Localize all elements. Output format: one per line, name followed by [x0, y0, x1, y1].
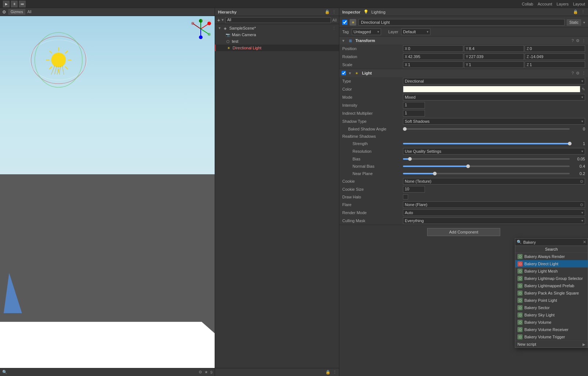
light-intensity-value: 1	[403, 102, 585, 109]
tag-dropdown[interactable]: Untagged ▾	[352, 29, 381, 35]
flare-field[interactable]: None (Flare) ⊙	[403, 201, 585, 208]
cd-item-bakery-always-render[interactable]: ⬡ Bakery Always Render	[515, 253, 588, 260]
object-name-field[interactable]	[358, 19, 565, 26]
position-z-field[interactable]: Z 0	[525, 45, 585, 52]
cookie-field[interactable]: None (Texture) ⊙	[403, 178, 585, 185]
light-header[interactable]: ▼ ☀ Light ? ⚙ ⋮	[339, 69, 588, 77]
rotation-x-field[interactable]: X 42.395	[403, 53, 463, 60]
scale-z-field[interactable]: Z 1	[525, 61, 585, 68]
cd-search-input[interactable]	[523, 240, 581, 244]
layer-dropdown[interactable]: Default ▾	[401, 29, 430, 35]
position-x-field[interactable]: X 0	[403, 45, 463, 52]
play-button[interactable]: ▶	[3, 1, 10, 7]
account-tab[interactable]: Account	[538, 2, 552, 6]
scene-bottom-icon2[interactable]: ★	[204, 370, 208, 375]
cd-item-bakery-volume-trigger[interactable]: ⬡ Bakery Volume Trigger	[515, 333, 588, 341]
light-mode-dropdown[interactable]: Mixed ▾	[403, 94, 585, 100]
layers-tab[interactable]: Layers	[557, 2, 569, 6]
scene-view[interactable]: Persp	[0, 16, 215, 368]
hierarchy-expand-icon[interactable]: ▾	[222, 18, 224, 22]
light-settings-icon[interactable]: ⚙	[576, 71, 580, 76]
light-help-icon[interactable]: ?	[572, 71, 574, 76]
hierarchy-item-samplescene[interactable]: ▼ ◈ SampleScene* ⋮	[215, 25, 339, 31]
culling-mask-dropdown[interactable]: Everything ▾	[403, 217, 585, 224]
hierarchy-item-directional-light[interactable]: ☀ Directional Light	[215, 45, 339, 51]
cd-item-bakery-volume-receiver[interactable]: ⬡ Bakery Volume Receiver	[515, 326, 588, 333]
static-arrow[interactable]: ▾	[583, 20, 585, 24]
search-icon[interactable]: 🔍	[2, 370, 7, 375]
hierarchy-search-input[interactable]	[225, 17, 331, 23]
hierarchy-item-test[interactable]: ⬡ test	[215, 38, 339, 45]
bias-thumb[interactable]	[408, 157, 412, 161]
rotation-row: Rotation X 42.395 Y 227.039	[339, 53, 588, 61]
cd-search-clear[interactable]: ✕	[583, 240, 586, 244]
hierarchy-item-main-camera[interactable]: 📷 Main Camera	[215, 31, 339, 38]
normal-bias-thumb[interactable]	[466, 164, 470, 168]
strength-track[interactable]	[403, 143, 570, 144]
object-active-checkbox[interactable]	[342, 20, 347, 25]
hierarchy-more-icon[interactable]: ⋮	[332, 10, 336, 14]
cookie-row: Cookie None (Texture) ⊙	[339, 177, 588, 185]
resolution-dropdown[interactable]: Use Quality Settings ▾	[403, 148, 585, 155]
render-mode-dropdown[interactable]: Auto ▾	[403, 209, 585, 216]
realtime-shadows-label: Realtime Shadows	[342, 134, 401, 138]
normal-bias-track[interactable]	[403, 166, 570, 167]
position-y-field[interactable]: Y 8.4	[464, 45, 524, 52]
step-button[interactable]: ⏭	[19, 1, 26, 7]
rotation-y-field[interactable]: Y 227.039	[464, 53, 524, 60]
cd-item-bakery-pack-single-square[interactable]: ⬡ Bakery Pack As Single Square	[515, 289, 588, 297]
hier-dots-samplescene[interactable]: ⋮	[332, 26, 336, 31]
baked-shadow-angle-track[interactable]	[403, 128, 570, 130]
light-intensity-field[interactable]: 1	[403, 102, 425, 109]
cookie-size-field[interactable]: 10	[403, 186, 425, 193]
light-more-icon[interactable]: ⋮	[582, 71, 586, 76]
shadow-type-dropdown[interactable]: Soft Shadows ▾	[403, 118, 585, 125]
transform-header[interactable]: ▼ ⊞ Transform ? ⚙ ⋮	[339, 37, 588, 45]
cd-item-bakery-lightmapped-prefab[interactable]: ⬡ Bakery Lightmapped Prefab	[515, 282, 588, 289]
baked-shadow-angle-thumb[interactable]	[403, 127, 407, 131]
pause-button[interactable]: ⏸	[11, 1, 18, 7]
scale-xyz: X 1 Y 1 Z 1	[403, 61, 585, 68]
static-button[interactable]: Static	[567, 19, 581, 26]
light-type-dropdown[interactable]: Directional ▾	[403, 78, 585, 84]
near-plane-track[interactable]	[403, 173, 570, 174]
near-plane-thumb[interactable]	[433, 172, 437, 175]
hierarchy-bottom-lock[interactable]: 🔒	[325, 370, 331, 375]
scene-bottom-icon1[interactable]: ⚙	[199, 370, 202, 375]
indirect-multiplier-field[interactable]: 1	[403, 110, 425, 117]
add-component-button[interactable]: Add Component	[427, 228, 500, 236]
collab-tab[interactable]: Collab	[522, 2, 533, 6]
bias-track[interactable]	[403, 158, 570, 160]
cd-new-script[interactable]: New script ▶	[515, 341, 588, 347]
layout-tab[interactable]: Layout	[573, 2, 585, 6]
hierarchy-add-icon[interactable]: +	[217, 17, 220, 23]
transform-header-icons: ? ⚙ ⋮	[572, 38, 586, 43]
inspector-lock-icon[interactable]: 🔒	[573, 10, 578, 14]
light-enabled-checkbox[interactable]	[342, 71, 346, 75]
flare-target-icon[interactable]: ⊙	[580, 202, 583, 207]
indirect-multiplier-value: 1	[403, 110, 585, 117]
cd-item-bakery-sector[interactable]: ⬡ Bakery Sector	[515, 304, 588, 311]
draw-halo-checkbox[interactable]	[403, 194, 408, 200]
transform-settings-icon[interactable]: ⚙	[576, 38, 580, 43]
gizmos-button[interactable]: Gizmos	[8, 9, 25, 15]
scale-x-field[interactable]: X 1	[403, 61, 463, 68]
light-color-swatch[interactable]	[403, 86, 580, 92]
cd-item-bakery-volume[interactable]: ⬡ Bakery Volume	[515, 319, 588, 326]
cd-item-bakery-sky-light[interactable]: ⬡ Bakery Sky Light	[515, 311, 588, 319]
cd-item-bakery-point-light[interactable]: ⬡ Bakery Point Light	[515, 297, 588, 304]
transform-more-icon[interactable]: ⋮	[582, 38, 586, 43]
cd-item-bakery-lightmap-group[interactable]: ⬡ Bakery Lightmap Group Selector	[515, 275, 588, 282]
cookie-target-icon[interactable]: ⊙	[580, 179, 583, 184]
rotation-z-field[interactable]: Z -14.049	[525, 53, 585, 60]
strength-thumb[interactable]	[568, 142, 572, 145]
cd-item-bakery-direct-light[interactable]: ⬡ Bakery Direct Light	[515, 260, 588, 267]
hierarchy-lock-icon[interactable]: 🔒	[325, 10, 330, 14]
light-color-edit-icon[interactable]: ✎	[582, 87, 585, 92]
inspector-more-icon[interactable]: ⋮	[581, 10, 585, 14]
scale-y-field[interactable]: Y 1	[464, 61, 524, 68]
cd-item-bakery-light-mesh[interactable]: ⬡ Bakery Light Mesh	[515, 267, 588, 275]
transform-help-icon[interactable]: ?	[572, 38, 574, 43]
sun-gizmo[interactable]	[44, 45, 73, 75]
hierarchy-bottom-more[interactable]: ⋮	[333, 370, 337, 375]
